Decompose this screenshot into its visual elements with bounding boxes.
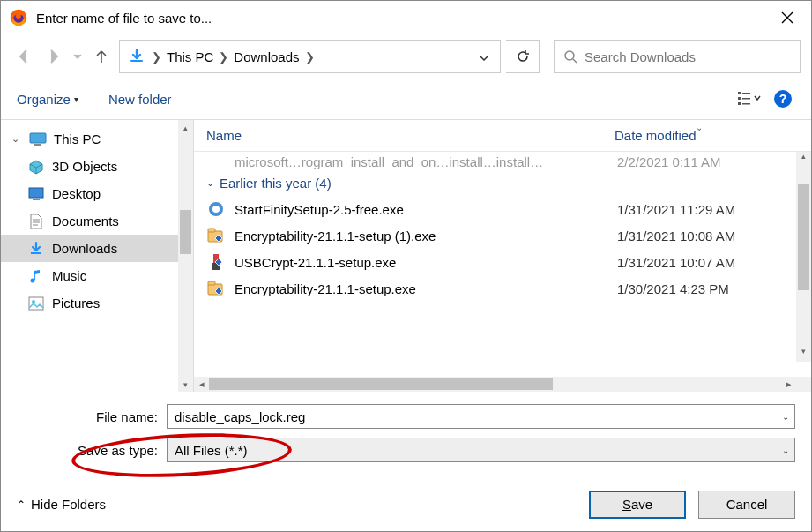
address-bar[interactable]: ❯ This PC ❯ Downloads ❯ [119,40,501,73]
file-date: 1/31/2021 10:07 AM [617,255,811,270]
scroll-up-icon[interactable]: ▴ [178,120,193,135]
save-dialog: Enter name of file to save to... ❯ This … [0,0,812,532]
file-row[interactable]: microsoft…rogram_install_and_on…install…… [194,152,811,169]
body: ⌄ This PC 3D Objects Desktop Documents D… [1,119,811,392]
scroll-up-icon[interactable]: ▴ [796,152,811,167]
file-name: Encryptability-21.1.1-setup (1).exe [235,229,617,244]
document-icon [27,213,45,230]
new-folder-button[interactable]: New folder [108,92,172,107]
exe-icon [206,199,226,219]
hide-folders-label: Hide Folders [31,497,106,512]
cancel-button[interactable]: Cancel [698,491,795,519]
sidebar: ⌄ This PC 3D Objects Desktop Documents D… [1,120,194,392]
address-dropdown[interactable] [473,49,495,64]
sidebar-pictures[interactable]: Pictures [1,289,193,317]
svg-rect-4 [738,97,741,100]
organize-menu[interactable]: Organize ▾ [17,92,78,107]
installer-icon [206,226,226,245]
caret-down-icon: ⌄ [11,133,22,145]
forward-button[interactable] [41,44,66,69]
chevron-right-icon[interactable]: ❯ [215,50,232,64]
search-input[interactable] [585,49,791,64]
sidebar-label: Downloads [52,241,117,256]
sidebar-desktop[interactable]: Desktop [1,180,193,207]
save-button[interactable]: Save [589,491,686,519]
view-options-button[interactable] [737,86,762,111]
sidebar-label: Pictures [52,296,100,311]
file-name: StartFinitySetup-2.5-free.exe [235,202,617,217]
installer-icon [206,252,226,272]
chevron-right-icon[interactable]: ❯ [302,50,318,64]
file-icon [206,152,226,169]
svg-text:?: ? [779,92,787,106]
column-name[interactable]: Name [194,128,602,143]
scroll-down-icon[interactable]: ▾ [178,377,193,392]
sidebar-documents[interactable]: Documents [1,207,193,235]
close-button[interactable] [767,1,808,34]
file-name: Encryptability-21.1.1-setup.exe [235,281,617,296]
filename-label: File name: [17,409,167,424]
scroll-left-icon[interactable]: ◂ [194,378,209,390]
scroll-right-icon[interactable]: ▸ [781,378,796,390]
music-icon [27,267,45,285]
breadcrumb-this-pc[interactable]: This PC [165,49,215,64]
breadcrumb-downloads[interactable]: Downloads [232,49,301,64]
file-row[interactable]: USBCrypt-21.1.1-setup.exe 1/31/2021 10:0… [194,249,811,275]
search-icon [563,49,577,64]
column-label: Date modified [615,128,697,143]
back-button[interactable] [11,44,36,69]
search-box[interactable] [554,40,801,73]
svg-rect-6 [742,93,750,94]
file-row[interactable]: Encryptability-21.1.1-setup (1).exe 1/31… [194,222,811,249]
sidebar-scrollbar[interactable]: ▴ ▾ [178,120,193,392]
toolbar: Organize ▾ New folder ? [1,79,811,119]
desktop-icon [27,185,45,203]
save-as-type-value: All Files (*.*) [175,443,248,458]
svg-rect-7 [742,98,750,100]
sidebar-label: Desktop [52,186,101,201]
scroll-thumb[interactable] [798,184,809,290]
scroll-thumb[interactable] [180,210,191,254]
file-name: microsoft…rogram_install_and_on…install…… [235,154,617,169]
svg-point-2 [565,51,574,60]
nav-row: ❯ This PC ❯ Downloads ❯ [1,34,811,79]
filename-field-wrapper: ⌄ [167,404,795,429]
recent-dropdown[interactable] [71,44,84,69]
sidebar-this-pc[interactable]: ⌄ This PC [1,125,193,153]
list-scrollbar-horizontal[interactable]: ◂ ▸ [194,377,811,392]
chevron-up-icon: ⌃ [17,498,26,511]
filename-dropdown[interactable]: ⌄ [782,412,789,422]
group-label: Earlier this year (4) [220,176,332,191]
file-row[interactable]: Encryptability-21.1.1-setup.exe 1/30/202… [194,275,811,302]
sidebar-downloads[interactable]: Downloads [1,235,193,262]
file-date: 1/30/2021 4:23 PM [617,281,811,296]
inputs-area: File name: ⌄ Save as type: All Files (*.… [1,392,811,476]
filename-input[interactable] [175,409,787,424]
file-date: 1/31/2021 10:08 AM [617,229,811,244]
scroll-corner [796,377,811,392]
firefox-icon [10,9,27,26]
chevron-down-icon: ⌄ [206,177,214,189]
scroll-thumb[interactable] [209,378,553,390]
list-scrollbar-vertical[interactable]: ▴ ▾ [796,152,811,362]
sort-desc-icon: ⌄ [696,123,703,132]
hide-folders-button[interactable]: ⌃ Hide Folders [17,497,106,512]
group-earlier-this-year[interactable]: ⌄ Earlier this year (4) [194,169,811,196]
scroll-down-icon[interactable]: ▾ [796,347,811,362]
downloads-icon [27,240,45,258]
svg-rect-5 [738,102,741,105]
file-row[interactable]: StartFinitySetup-2.5-free.exe 1/31/2021 … [194,196,811,222]
save-as-type-combo[interactable]: All Files (*.*) ⌄ [167,438,795,462]
chevron-right-icon[interactable]: ❯ [148,50,165,64]
help-button[interactable]: ? [771,86,795,111]
file-area: Name ⌄ Date modified microsoft…rogram_in… [194,120,811,392]
save-as-type-label: Save as type: [17,443,167,458]
sidebar-3d-objects[interactable]: 3D Objects [1,153,193,180]
sidebar-music[interactable]: Music [1,262,193,289]
file-list: microsoft…rogram_install_and_on…install…… [194,152,811,377]
sidebar-label: Documents [52,214,119,229]
refresh-button[interactable] [506,40,540,73]
column-date-modified[interactable]: ⌄ Date modified [602,128,796,143]
svg-rect-3 [738,92,741,94]
up-button[interactable] [89,44,114,69]
